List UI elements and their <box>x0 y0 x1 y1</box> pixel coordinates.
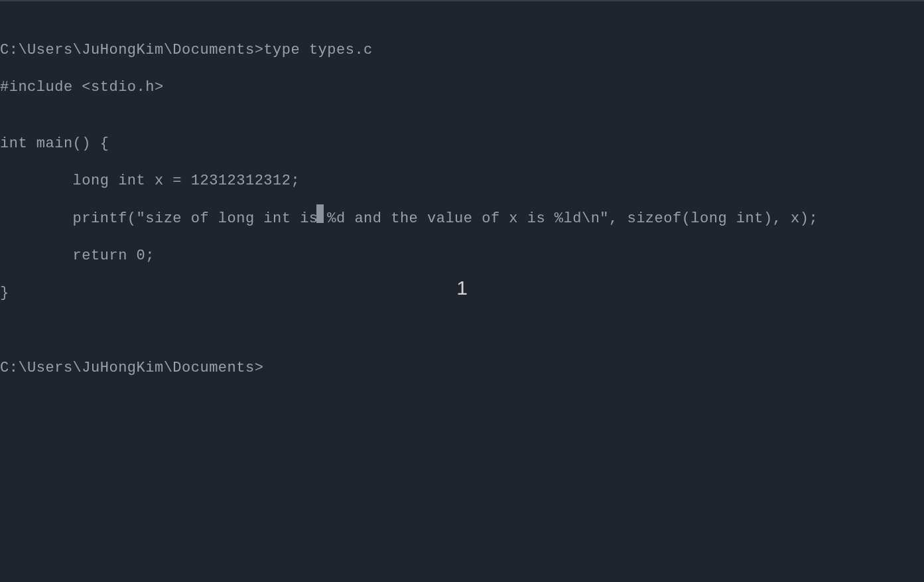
output-line-3: int main() { <box>0 135 924 153</box>
output-line-5: printf("size of long int is %d and the v… <box>0 210 924 228</box>
terminal-cursor <box>316 204 324 223</box>
terminal-area[interactable]: C:\Users\JuHongKim\Documents>type types.… <box>0 23 924 396</box>
terminal-prompt-2: C:\Users\JuHongKim\Documents> <box>0 359 924 378</box>
prompt-path: C:\Users\JuHongKim\Documents> <box>0 42 263 58</box>
window-top-border <box>0 0 924 1</box>
terminal-line-1: C:\Users\JuHongKim\Documents>type types.… <box>0 41 924 60</box>
overlay-number: 1 <box>456 277 468 299</box>
output-line-1: #include <stdio.h> <box>0 78 924 97</box>
output-line-6: return 0; <box>0 247 924 265</box>
output-line-4: long int x = 12312312312; <box>0 172 924 190</box>
command-text: type types.c <box>263 42 372 58</box>
output-blank-line <box>0 322 924 340</box>
